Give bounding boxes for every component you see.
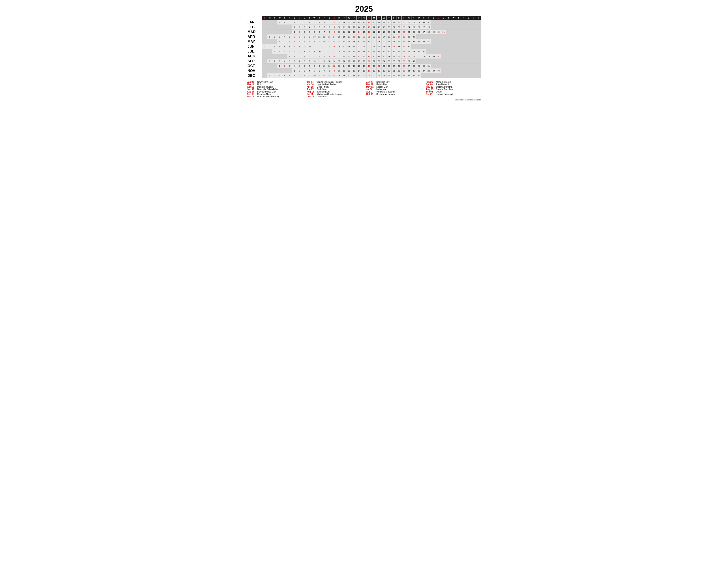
day-cell: 23: [401, 25, 406, 30]
day-cell: [446, 68, 451, 73]
day-cell: [262, 68, 267, 73]
day-cell: 23: [401, 68, 406, 73]
day-cell: 11: [317, 59, 322, 64]
day-cell: [451, 39, 456, 44]
day-cell: [471, 73, 476, 78]
holiday-name: Rath Yatra: [317, 88, 327, 90]
holiday-item: May 12Buddha Purnima: [426, 86, 481, 88]
day-cell: [451, 49, 456, 54]
day-cell: 25: [396, 20, 402, 25]
day-cell: 15: [357, 54, 362, 59]
day-cell: 12: [322, 59, 327, 64]
day-header-41: S: [466, 16, 471, 20]
day-cell: 24: [391, 39, 396, 44]
day-cell: 24: [401, 54, 406, 59]
holiday-item: Aug 09Raksha Bandhan: [426, 88, 481, 90]
day-cell: [471, 68, 476, 73]
day-cell: [426, 44, 431, 49]
day-cell: [466, 59, 471, 64]
month-label-nov: NOV: [247, 68, 262, 73]
day-cell: 23: [372, 44, 377, 49]
day-cell: 9: [307, 59, 312, 64]
holiday-name: Vinayaka Chaturthi: [376, 90, 395, 93]
holiday-date: Mar 31: [366, 83, 375, 86]
day-cell: 26: [391, 73, 396, 78]
day-cell: 23: [377, 73, 382, 78]
holiday-name: Mahavir Jayanti: [257, 86, 273, 88]
day-cell: [436, 59, 441, 64]
day-cell: [262, 34, 267, 39]
holiday-name: Milad un Nabi: [257, 93, 271, 95]
day-header-14: S: [332, 16, 337, 20]
day-cell: 9: [307, 73, 312, 78]
day-cell: 22: [372, 34, 377, 39]
day-cell: [282, 30, 287, 34]
day-cell: 30: [436, 68, 441, 73]
day-cell: 14: [342, 39, 347, 44]
day-cell: 11: [312, 44, 317, 49]
day-cell: 30: [421, 39, 426, 44]
day-cell: 4: [307, 68, 312, 73]
day-cell: [461, 34, 466, 39]
day-header-34: S: [431, 16, 436, 20]
day-cell: 24: [391, 64, 396, 68]
day-cell: [431, 49, 436, 54]
day-cell: 9: [302, 44, 307, 49]
holiday-name: Maha Shivaratri: [436, 81, 451, 83]
day-cell: 21: [362, 44, 367, 49]
day-cell: 25: [387, 34, 392, 39]
day-cell: 9: [307, 34, 312, 39]
month-label-apr: APR: [247, 34, 262, 39]
day-cell: [436, 44, 441, 49]
day-cell: 5: [287, 73, 292, 78]
day-cell: [471, 39, 476, 44]
holiday-item: Sep 05Milad un Nabi: [247, 93, 302, 95]
holiday-column-2: Jan 14Makar Sankranti / PongalMar 30Ugad…: [307, 81, 362, 98]
day-cell: 18: [362, 20, 367, 25]
day-cell: 3: [277, 34, 282, 39]
day-cell: 12: [317, 44, 322, 49]
holiday-name: Christmas: [317, 95, 327, 98]
day-cell: 20: [387, 30, 392, 34]
day-header-39: T: [456, 16, 461, 20]
day-cell: 26: [416, 25, 421, 30]
holiday-date: Aug 09: [426, 88, 435, 90]
day-cell: [272, 64, 277, 68]
day-cell: 2: [272, 34, 277, 39]
day-cell: 5: [307, 54, 312, 59]
day-cell: 17: [342, 44, 347, 49]
day-cell: 8: [327, 25, 332, 30]
holiday-date: Oct 21: [426, 93, 435, 95]
day-cell: 23: [381, 49, 387, 54]
day-cell: [451, 44, 456, 49]
day-cell: 17: [372, 30, 377, 34]
day-cell: 4: [307, 30, 312, 34]
day-cell: 6: [317, 68, 322, 73]
day-header-22: M: [372, 16, 377, 20]
day-cell: 29: [426, 54, 431, 59]
day-cell: [476, 73, 481, 78]
footer-credit: Template © calendarlabs.com: [247, 99, 481, 101]
day-cell: 15: [362, 25, 367, 30]
day-cell: [277, 30, 282, 34]
day-cell: 10: [322, 39, 327, 44]
holiday-date: Oct 02: [307, 93, 315, 95]
day-cell: 17: [347, 73, 352, 78]
day-header-28: S: [401, 16, 406, 20]
day-cell: 20: [362, 59, 367, 64]
day-cell: 28: [411, 20, 416, 25]
day-cell: 11: [317, 34, 322, 39]
day-cell: 15: [347, 64, 352, 68]
day-cell: 8: [327, 30, 332, 34]
day-cell: [436, 64, 441, 68]
calendar-table: SMTWTFSSMTWTFSSMTWTFSSMTWTFSSMTWTFSSMTWT…: [247, 16, 481, 78]
day-cell: 15: [332, 44, 337, 49]
holiday-name: Bakri Id / Eid ul-Adha: [257, 88, 278, 90]
day-cell: 26: [391, 59, 396, 64]
holiday-item: Jan 26Republic Day: [366, 81, 421, 83]
holiday-item: Jun 07Bakri Id / Eid ul-Adha: [247, 88, 302, 90]
day-cell: 21: [367, 59, 372, 64]
day-cell: 15: [362, 68, 367, 73]
day-cell: 1: [277, 20, 282, 25]
day-cell: [426, 34, 431, 39]
